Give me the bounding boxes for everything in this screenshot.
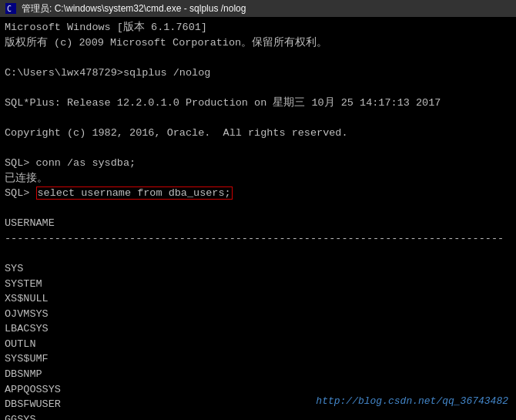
terminal-line: SYS$UMF — [5, 351, 511, 367]
cmd-icon: C — [5, 2, 17, 15]
terminal-line-highlight: SQL> select username from dba_users; — [5, 186, 511, 201]
terminal-line: XS$NULL — [5, 291, 511, 307]
terminal-line: OJVMSYS — [5, 307, 511, 322]
terminal-line: C:\Users\lwx478729>sqlplus /nolog — [5, 66, 511, 81]
terminal-line: OUTLN — [5, 337, 511, 352]
terminal-line: USERNAME — [5, 216, 511, 231]
title-bar-text: 管理员: C:\windows\system32\cmd.exe - sqlpl… — [22, 2, 246, 15]
watermark: http://blog.csdn.net/qq_36743482 — [316, 395, 508, 409]
terminal-line — [5, 141, 511, 156]
terminal-line: SYSTEM — [5, 277, 511, 292]
title-bar: C 管理员: C:\windows\system32\cmd.exe - sql… — [0, 0, 516, 17]
terminal-divider: ----------------------------------------… — [5, 231, 511, 247]
command-highlight: select username from dba_users; — [36, 186, 233, 200]
terminal-line: 已连接。 — [5, 171, 511, 186]
svg-text:C: C — [7, 5, 12, 13]
terminal-line: SQL*Plus: Release 12.2.0.1.0 Production … — [5, 96, 511, 111]
terminal-line: Copyright (c) 1982, 2016, Oracle. All ri… — [5, 126, 511, 141]
terminal-window[interactable]: Microsoft Windows [版本 6.1.7601] 版权所有 (c)… — [0, 17, 516, 420]
terminal-line — [5, 80, 511, 96]
terminal-line — [5, 110, 511, 126]
terminal-line — [5, 201, 511, 217]
terminal-line — [5, 50, 511, 66]
terminal-line: 版权所有 (c) 2009 Microsoft Corporation。保留所有… — [5, 35, 511, 51]
terminal-line: SQL> conn /as sysdba; — [5, 156, 511, 171]
terminal-line: SYS — [5, 261, 511, 277]
terminal-line — [5, 246, 511, 261]
terminal-line: DBSNMP — [5, 367, 511, 382]
terminal-line: Microsoft Windows [版本 6.1.7601] — [5, 20, 511, 35]
terminal-line: GGSYS — [5, 412, 511, 420]
terminal-line: LBACSYS — [5, 321, 511, 337]
